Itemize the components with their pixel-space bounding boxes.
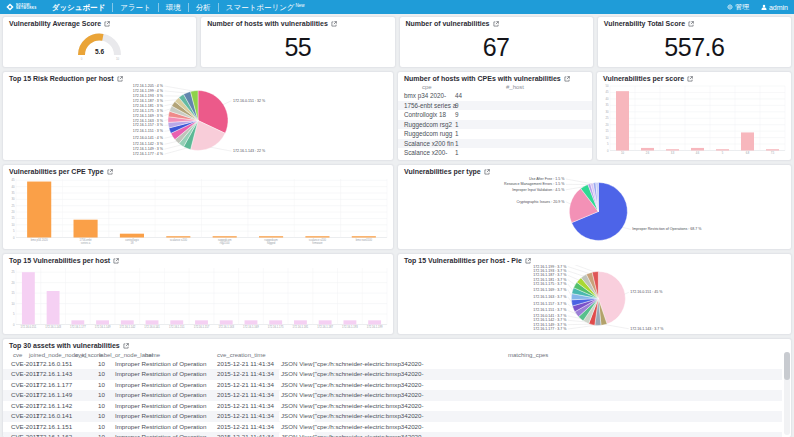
svg-text:172.16.0.151 : 32 %: 172.16.0.151 : 32 % (233, 99, 266, 103)
cell-name: Improper Restriction of Operation (115, 422, 206, 433)
cell-node: 172.16.0.141 (36, 411, 72, 422)
json-view-link[interactable]: JSON View (279, 401, 315, 412)
cpe-host-row: bmx p34 2020-44 (398, 91, 592, 101)
cell-score: 10 (98, 369, 105, 380)
svg-text:172.16.1.175: 172.16.1.175 (268, 325, 284, 329)
svg-text:firmware: firmware (312, 241, 323, 245)
nav-tab-analysis[interactable]: 分析 (189, 3, 219, 12)
column-header: cve (13, 352, 22, 358)
svg-text:172.16.1.177 : 3.7 %: 172.16.1.177 : 3.7 % (533, 327, 567, 331)
svg-text:5: 5 (607, 142, 609, 146)
cell-matching-cpes: ["cpe:/h:schneider-electric:bmxp342020- (313, 359, 424, 370)
svg-text:172.16.1.163 : 3.7 %: 172.16.1.163 : 3.7 % (533, 295, 567, 299)
json-view-link[interactable]: JSON View (279, 432, 315, 437)
svg-text:172.16.1.157 : 3 %: 172.16.1.157 : 3 % (133, 123, 164, 127)
nav-tab-dashboard[interactable]: ダッシュボード (45, 3, 114, 12)
vulnerabilities-per-type-pie-chart: Use After Free : 1.5 %Resource Managemen… (401, 176, 788, 247)
json-view-link[interactable]: JSON View (279, 422, 315, 433)
assets-vulnerabilities-table: cvejoined_node_node_idcve_scorelabel_or_… (3, 352, 782, 437)
cpe-hosts-table: cpe#_hostbmx p34 2020-441756-enbt series… (398, 84, 592, 160)
svg-text:rsg2100: rsg2100 (220, 241, 230, 245)
external-link-icon[interactable] (117, 76, 123, 82)
nav-tab-alerts[interactable]: アラート (113, 3, 159, 12)
svg-text:scalance x200: scalance x200 (170, 238, 188, 242)
cell-name: Improper Restriction of Operation (115, 432, 206, 437)
nav-tab-smart-polling[interactable]: スマートポーリングNew (219, 3, 312, 12)
external-link-icon[interactable] (493, 21, 499, 27)
vertical-scrollbar[interactable] (784, 352, 790, 435)
svg-text:18: 18 (130, 241, 133, 245)
cpe-host-row: Scalance x200 fin1 (398, 139, 592, 149)
svg-text:0: 0 (13, 236, 15, 240)
column-header: cpe (422, 84, 432, 90)
asset-row[interactable]: CVE-2017172.16.1.14910Improper Restricti… (3, 390, 782, 401)
svg-text:20: 20 (11, 210, 15, 214)
cpe-host-row: 1756-enbt series a9 (398, 101, 592, 111)
cell-score: 10 (98, 380, 105, 391)
svg-text:172.16.1.143 : 22 %: 172.16.1.143 : 22 % (233, 149, 266, 153)
external-link-icon[interactable] (564, 76, 570, 82)
svg-text:series a: series a (81, 241, 91, 245)
svg-text:4.6: 4.6 (696, 151, 700, 155)
nav-admin-menu[interactable]: 管理 (727, 2, 749, 12)
asset-row[interactable]: CVE-2017172.16.1.16210Improper Restricti… (3, 432, 782, 437)
cell-score: 10 (98, 422, 105, 433)
host-count: 44 (455, 91, 462, 101)
gear-icon (727, 4, 733, 10)
widget-title: Top 15 Vulnerabilities per host - Pie (404, 257, 522, 264)
external-link-icon[interactable] (113, 258, 119, 264)
column-header: cve_creation_time (217, 352, 266, 358)
asset-row[interactable]: CVE-2017172.16.1.17710Improper Restricti… (3, 380, 782, 391)
external-link-icon[interactable] (107, 169, 113, 175)
host-count: 1 (455, 148, 459, 158)
cell-matching-cpes: ["cpe:/h:schneider-electric:bmxp342020- (313, 390, 424, 401)
asset-row[interactable]: CVE-2017172.16.1.14210Improper Restricti… (3, 401, 782, 412)
scrollbar-thumb[interactable] (784, 352, 790, 380)
widget-number-of-vulnerabilities: Number of vulnerabilities 67 (399, 16, 594, 68)
vulnerabilities-per-score-bar-chart: 05101520253035404550102.63.34.656.87.5 (600, 83, 788, 158)
cell-score: 10 (98, 411, 105, 422)
cell-matching-cpes: ["cpe:/h:schneider-electric:bmxp342020- (313, 432, 424, 437)
svg-text:40: 40 (605, 97, 609, 101)
external-link-icon[interactable] (525, 258, 531, 264)
cell-created: 2015-12-21 11:41:34 (217, 359, 274, 370)
external-link-icon[interactable] (123, 343, 129, 349)
cell-node: 172.16.1.143 (36, 369, 72, 380)
asset-row[interactable]: CVE-2017172.16.0.14110Improper Restricti… (3, 411, 782, 422)
asset-row[interactable]: CVE-2017172.16.0.15110Improper Restricti… (3, 359, 782, 370)
host-count: 1 (455, 139, 459, 149)
svg-text:15: 15 (11, 216, 15, 220)
external-link-icon[interactable] (687, 76, 693, 82)
widget-top15-risk-reduction: Top 15 Risk Reduction per host 172.16.1.… (2, 71, 394, 161)
svg-text:172.16.1.187: 172.16.1.187 (317, 325, 333, 329)
svg-text:172.16.0.141: 172.16.0.141 (144, 325, 160, 329)
svg-text:172.16.1.193: 172.16.1.193 (342, 325, 358, 329)
json-view-link[interactable]: JSON View (279, 369, 315, 380)
external-link-icon[interactable] (331, 21, 337, 27)
json-view-link[interactable]: JSON View (279, 359, 315, 370)
brand-diamond-icon (6, 3, 14, 11)
svg-text:172.16.1.157 : 3.7 %: 172.16.1.157 : 3.7 % (533, 302, 567, 306)
svg-text:172.16.1.169 : 3.7 %: 172.16.1.169 : 3.7 % (533, 288, 567, 292)
asset-row[interactable]: CVE-2017172.16.1.15110Improper Restricti… (3, 422, 782, 433)
json-view-link[interactable]: JSON View (279, 380, 315, 391)
asset-row[interactable]: CVE-2017172.16.1.14310Improper Restricti… (3, 369, 782, 380)
nav-user-menu[interactable]: admin (761, 4, 788, 11)
external-link-icon[interactable] (484, 169, 490, 175)
svg-text:172.16.0.151: 172.16.0.151 (21, 325, 37, 329)
external-link-icon[interactable] (104, 21, 110, 27)
svg-text:7.5: 7.5 (771, 151, 775, 155)
column-header: name (145, 352, 160, 358)
widget-vulnerabilities-per-cpe-type: Vulnerabilities per CPE Type 05101520253… (2, 164, 394, 250)
json-view-link[interactable]: JSON View (279, 390, 315, 401)
svg-text:Use After Free : 1.5 %: Use After Free : 1.5 % (529, 177, 565, 181)
external-link-icon[interactable] (688, 21, 694, 27)
svg-text:172.16.1.149 : 3 %: 172.16.1.149 : 3 % (133, 147, 164, 151)
widget-top-assets-with-vulnerabilities: Top 30 assets with vulnerabilities cvejo… (2, 338, 792, 437)
json-view-link[interactable]: JSON View (279, 411, 315, 422)
svg-text:35: 35 (11, 191, 15, 195)
nav-tab-environment[interactable]: 環境 (159, 3, 189, 12)
cpe-host-row: Ruggedcom rsg21 (398, 120, 592, 130)
svg-text:172.16.1.143 : 3.7 %: 172.16.1.143 : 3.7 % (630, 327, 664, 331)
cell-name: Improper Restriction of Operation (115, 359, 206, 370)
